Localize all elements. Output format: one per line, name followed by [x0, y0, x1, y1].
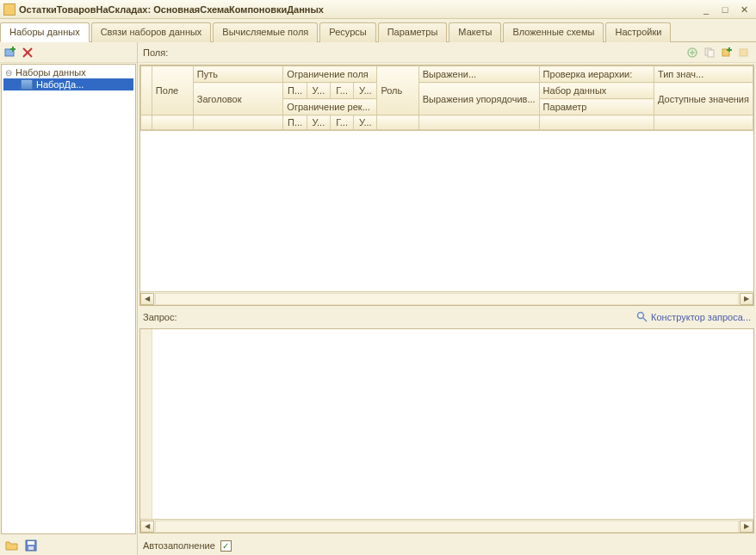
- col-available[interactable]: Доступные значения: [654, 83, 753, 115]
- grid-header: Поле Путь Ограничение поля Роль Выражени…: [140, 65, 753, 131]
- left-bottom-toolbar: [0, 535, 137, 555]
- col-p2[interactable]: П...: [283, 115, 307, 130]
- col-ordering[interactable]: Выражения упорядочив...: [418, 83, 539, 115]
- svg-rect-16: [740, 49, 747, 56]
- add-field-icon: [685, 46, 699, 59]
- tree-child-label: НаборДа...: [36, 79, 84, 90]
- tree-child-selected[interactable]: НаборДа...: [3, 78, 133, 90]
- scroll-left-icon[interactable]: ◀: [140, 293, 154, 305]
- svg-point-17: [638, 313, 644, 319]
- copy-field-icon: [703, 46, 716, 59]
- autofill-checkbox[interactable]: [220, 540, 232, 552]
- svg-line-18: [643, 318, 647, 321]
- qscroll-track[interactable]: [155, 521, 739, 533]
- fields-toolbar: [685, 46, 751, 59]
- col-restriction-rec[interactable]: Ограничение рек...: [283, 99, 377, 115]
- svg-rect-7: [28, 546, 34, 550]
- query-ruler: [140, 329, 152, 519]
- maximize-button[interactable]: □: [716, 3, 734, 16]
- col-dataset[interactable]: Набор данных: [539, 83, 654, 99]
- tab-resources[interactable]: Ресурсы: [319, 22, 375, 42]
- app-icon: [3, 3, 15, 16]
- autofill-label: Автозаполнение: [143, 540, 215, 551]
- fields-grid[interactable]: Поле Путь Ограничение поля Роль Выражени…: [139, 65, 754, 306]
- window-controls: _ □ ✕: [697, 3, 753, 16]
- col-p1[interactable]: П...: [283, 83, 307, 99]
- col-restriction-field[interactable]: Ограничение поля: [283, 66, 377, 83]
- fields-bar: Поля:: [138, 42, 756, 63]
- scroll-track[interactable]: [155, 293, 739, 305]
- tree-root[interactable]: Наборы данных: [3, 66, 133, 78]
- query-hscroll[interactable]: ◀ ▶: [140, 519, 753, 533]
- col-expression[interactable]: Выражени...: [418, 66, 539, 83]
- dataset-tree[interactable]: Наборы данных НаборДа...: [1, 64, 136, 534]
- close-button[interactable]: ✕: [735, 3, 753, 16]
- fields-label: Поля:: [143, 47, 168, 58]
- tab-dataset-links[interactable]: Связи наборов данных: [91, 22, 212, 42]
- col-role[interactable]: Роль: [377, 66, 418, 115]
- tab-settings[interactable]: Настройки: [605, 22, 671, 42]
- col-hierarchy[interactable]: Проверка иерархии:: [539, 66, 654, 83]
- autofill-bar: Автозаполнение: [138, 535, 756, 555]
- col-u1[interactable]: У...: [307, 83, 330, 99]
- grid-body[interactable]: [140, 131, 753, 291]
- tree-toolbar: [0, 42, 137, 63]
- tab-nested-schemas[interactable]: Вложенные схемы: [503, 22, 604, 42]
- add-group-icon[interactable]: [720, 46, 734, 59]
- query-text[interactable]: [152, 329, 753, 519]
- delete-field-icon: [737, 46, 751, 59]
- svg-rect-12: [708, 50, 714, 57]
- qscroll-left-icon[interactable]: ◀: [140, 521, 154, 533]
- col-value-type[interactable]: Тип знач...: [654, 66, 753, 83]
- tab-bar: Наборы данных Связи наборов данных Вычис…: [0, 19, 756, 42]
- svg-rect-2: [10, 48, 15, 50]
- col-parameter[interactable]: Параметр: [539, 99, 654, 115]
- grid-hscroll[interactable]: ◀ ▶: [140, 291, 753, 305]
- col-path[interactable]: Путь: [193, 66, 283, 83]
- query-label: Запрос:: [143, 312, 177, 322]
- titlebar: ОстаткиТоваровНаСкладах: ОсновнаяСхемаКо…: [0, 0, 756, 19]
- add-dataset-icon[interactable]: [3, 46, 17, 59]
- query-bar: Запрос: Конструктор запроса...: [138, 308, 756, 327]
- magnifier-icon: [636, 311, 648, 323]
- query-designer-label: Конструктор запроса...: [651, 312, 751, 322]
- col-u4[interactable]: У...: [354, 115, 377, 130]
- scroll-right-icon[interactable]: ▶: [740, 293, 753, 305]
- dataset-icon: [21, 79, 33, 90]
- content: Наборы данных НаборДа... Поля:: [0, 42, 756, 555]
- query-body: [140, 329, 753, 519]
- col-g2[interactable]: Г...: [330, 115, 353, 130]
- qscroll-right-icon[interactable]: ▶: [740, 521, 753, 533]
- col-field[interactable]: Поле: [152, 66, 193, 115]
- window-title: ОстаткиТоваровНаСкладах: ОсновнаяСхемаКо…: [19, 4, 697, 15]
- left-panel: Наборы данных НаборДа...: [0, 42, 138, 555]
- right-panel: Поля: Поле: [138, 42, 756, 555]
- query-area: ◀ ▶: [139, 328, 754, 533]
- col-g1[interactable]: Г...: [330, 83, 353, 99]
- save-icon[interactable]: [24, 539, 38, 552]
- open-folder-icon[interactable]: [5, 539, 19, 552]
- minimize-button[interactable]: _: [697, 3, 715, 16]
- col-header[interactable]: Заголовок: [193, 83, 283, 115]
- tab-calculated-fields[interactable]: Вычисляемые поля: [213, 22, 318, 42]
- tab-templates[interactable]: Макеты: [449, 22, 501, 42]
- svg-rect-6: [28, 541, 34, 545]
- query-designer-link[interactable]: Конструктор запроса...: [636, 311, 751, 323]
- delete-dataset-icon[interactable]: [21, 46, 34, 59]
- col-u2[interactable]: У...: [354, 83, 377, 99]
- tab-parameters[interactable]: Параметры: [378, 22, 448, 42]
- tab-datasets[interactable]: Наборы данных: [0, 22, 90, 42]
- svg-rect-15: [727, 49, 732, 51]
- tree-root-label: Наборы данных: [15, 67, 86, 78]
- col-u3[interactable]: У...: [307, 115, 330, 130]
